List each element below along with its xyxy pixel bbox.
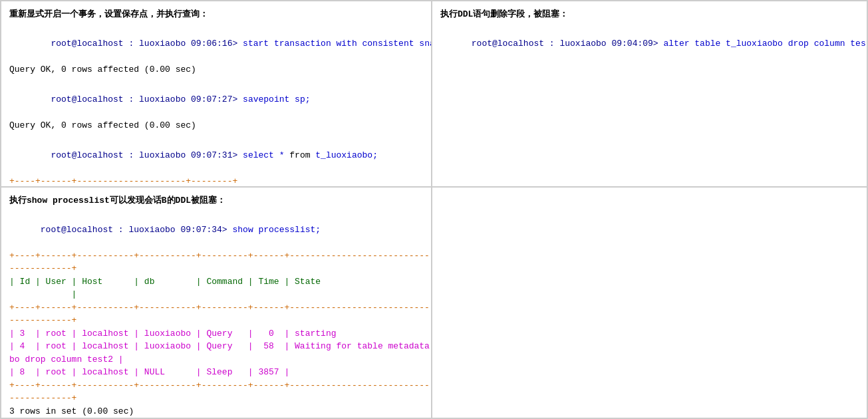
cmd-line-3: root@localhost : luoxiaobo 09:07:31> sel… xyxy=(9,136,423,175)
pl-border-2a: +----+------+-----------+-----------+---… xyxy=(9,301,423,315)
bottom-left-heading-block: 执行show processlist可以发现会话B的DDL被阻塞： xyxy=(9,194,423,206)
result-1: Query OK, 0 rows affected (0.00 sec) xyxy=(9,63,423,76)
prompt-1: root@localhost : luoxiaobo 09:06:16> xyxy=(51,39,237,49)
cmd-line-1: root@localhost : luoxiaobo 09:06:16> sta… xyxy=(9,24,423,63)
block-select: root@localhost : luoxiaobo 09:07:31> sel… xyxy=(9,136,423,187)
pl-row-3: | 8 | root | localhost | NULL | Sleep | … xyxy=(9,366,423,379)
pl-border-1b: ------------+ xyxy=(9,262,423,275)
prompt-3: root@localhost : luoxiaobo 09:07:31> xyxy=(51,150,237,160)
cmd-2: savepoint sp; xyxy=(237,94,310,104)
top-left-heading-block: 重新显式开启一个事务，设置保存点，并执行查询： xyxy=(9,8,423,20)
block-savepoint: root@localhost : luoxiaobo 09:07:27> sav… xyxy=(9,80,423,132)
top-right-heading-block: 执行DDL语句删除字段，被阻塞： xyxy=(440,8,859,20)
pl-border-3a: +----+------+-----------+-----------+---… xyxy=(9,379,423,392)
pl-rows-result: 3 rows in set (0.00 sec) xyxy=(9,405,423,418)
cmd-3: select * from t_luoxiaobo; xyxy=(237,150,378,160)
pl-command: show processlist; xyxy=(227,225,321,235)
cell-bottom-right xyxy=(432,187,867,418)
cell-bottom-left: 执行show processlist可以发现会话B的DDL被阻塞： root@l… xyxy=(1,187,432,418)
cmd-line-2: root@localhost : luoxiaobo 09:07:27> sav… xyxy=(9,80,423,119)
pl-cmd-line: root@localhost : luoxiaobo 09:07:34> sho… xyxy=(9,210,423,249)
pl-row-1: | 3 | root | localhost | luoxiaobo | Que… xyxy=(9,327,423,341)
pl-header-b: | xyxy=(9,288,423,301)
pl-border-1a: +----+------+-----------+-----------+---… xyxy=(9,249,423,263)
pl-row-2b: bo drop column test2 | xyxy=(9,353,423,366)
ddl-command: alter table t_luoxiaobo drop column test… xyxy=(658,39,867,49)
bottom-left-heading: 执行show processlist可以发现会话B的DDL被阻塞： xyxy=(9,196,225,206)
main-grid: 重新显式开启一个事务，设置保存点，并执行查询： root@localhost :… xyxy=(0,0,868,419)
prompt-2: root@localhost : luoxiaobo 09:07:27> xyxy=(51,94,237,104)
pl-prompt: root@localhost : luoxiaobo 09:07:34> xyxy=(41,225,227,235)
pl-header-a: | Id | User | Host | db | Command | Time… xyxy=(9,275,423,289)
cmd-1: start transaction with consistent snapsh… xyxy=(237,39,432,49)
pl-row-2a: | 4 | root | localhost | luoxiaobo | Que… xyxy=(9,340,423,353)
top-right-heading: 执行DDL语句删除字段，被阻塞： xyxy=(440,9,568,19)
pl-border-3b: ------------+ xyxy=(9,392,423,405)
pl-border-2b: ------------+ xyxy=(9,314,423,327)
ddl-prompt: root@localhost : luoxiaobo 09:04:09> xyxy=(472,39,658,49)
table-border-1: +----+------+---------------------+-----… xyxy=(9,175,423,188)
cell-top-right: 执行DDL语句删除字段，被阻塞： root@localhost : luoxia… xyxy=(432,1,867,187)
cell-top-left: 重新显式开启一个事务，设置保存点，并执行查询： root@localhost :… xyxy=(1,1,432,187)
top-left-heading: 重新显式开启一个事务，设置保存点，并执行查询： xyxy=(9,9,208,19)
ddl-cmd-line: root@localhost : luoxiaobo 09:04:09> alt… xyxy=(440,24,859,63)
block-start-transaction: root@localhost : luoxiaobo 09:06:16> sta… xyxy=(9,24,423,76)
result-2: Query OK, 0 rows affected (0.00 sec) xyxy=(9,119,423,132)
